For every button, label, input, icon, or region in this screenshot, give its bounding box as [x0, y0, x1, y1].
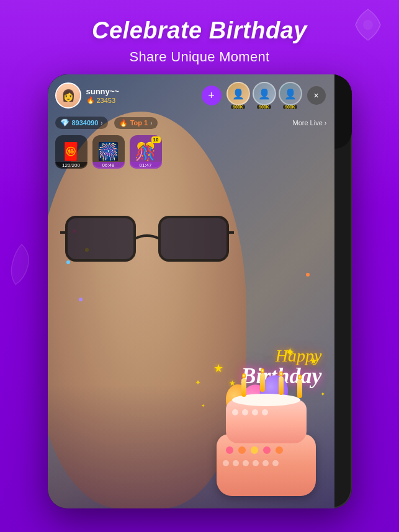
tablet-side-bar — [334, 74, 352, 149]
viewer-person-3: 👤 — [280, 83, 301, 104]
cake-area: ★ ★ ★ ✦ — [204, 372, 328, 496]
viewer-badge-2: 900K — [257, 105, 271, 109]
header-section: Celebrate Birthday Share Unique Moment — [0, 0, 399, 76]
gold-star-3: ★ — [229, 379, 236, 388]
flame-1 — [242, 373, 246, 378]
birthday-overlay: Happy Birthday — [192, 335, 328, 496]
viewer-item-3[interactable]: 👤 900K — [279, 82, 302, 109]
gift-timer-2: 06:48 — [92, 162, 125, 169]
top-rank-chevron: › — [150, 120, 152, 126]
candle-2 — [260, 373, 265, 392]
flame-4 — [298, 375, 302, 379]
gift-item-3[interactable]: 🎊 10 01:47 — [130, 135, 162, 167]
cake-top — [226, 400, 307, 443]
gift-box-3: 🎊 10 01:47 — [130, 135, 162, 167]
avatar-image: 👩 — [56, 84, 80, 107]
gift-level-badge: 10 — [151, 136, 161, 143]
gift-box-1: 🧧 120/200 — [55, 135, 87, 167]
deco-left — [6, 241, 37, 291]
flame-3 — [279, 371, 283, 376]
close-button[interactable]: × — [307, 86, 326, 105]
sparkle-3: ✦ — [201, 403, 205, 409]
top-bar: 👩 sunny~~ 🔥 23453 + — [48, 74, 334, 114]
gift-emoji-3: 🎊 — [135, 141, 156, 162]
diamond-chevron: › — [101, 120, 102, 126]
streamer-name: sunny~~ — [86, 87, 197, 96]
gift-emoji-1: 🧧 — [60, 141, 82, 162]
candle-4 — [297, 379, 302, 398]
gift-box-2: 🎆 06:48 — [92, 135, 125, 167]
sparkle-1: ✦ — [195, 378, 201, 387]
add-follow-button[interactable]: + — [202, 86, 222, 105]
close-icon: × — [313, 91, 318, 100]
viewer-avatars-row: 👤 900K 👤 900K 👤 900K — [226, 82, 302, 109]
gift-count-1: 120/200 — [55, 162, 87, 169]
more-live-label: More Live — [292, 119, 322, 126]
gold-star-4: ✦ — [285, 345, 295, 360]
more-live-chevron: › — [325, 119, 327, 126]
viewer-item-1[interactable]: 👤 900K — [226, 82, 250, 109]
tablet-device: Happy Birthday — [48, 74, 352, 508]
candle-1 — [241, 378, 246, 397]
stream-content: Happy Birthday — [48, 74, 334, 508]
viewer-badge-1: 900K — [231, 105, 245, 109]
more-live-button[interactable]: More Live › — [292, 119, 326, 126]
viewer-count-number: 23453 — [97, 97, 116, 104]
viewer-count-row: 🔥 23453 — [86, 96, 197, 104]
gift-item-1[interactable]: 🧧 120/200 — [55, 135, 87, 167]
gift-timer-3: 01:47 — [130, 162, 162, 169]
flame-2 — [261, 368, 264, 373]
sparkle-2: ✦ — [320, 391, 325, 397]
fire-rank-icon: 🔥 — [119, 119, 128, 127]
gifts-row: 🧧 120/200 🎆 06:48 🎊 10 01:47 — [48, 131, 334, 171]
viewer-avatar-2: 👤 — [253, 82, 276, 105]
diamond-count: 8934090 — [72, 119, 99, 126]
gold-star-1: ★ — [213, 361, 223, 375]
sub-title: Share Unique Moment — [0, 49, 399, 65]
add-icon: + — [208, 89, 215, 102]
viewer-item-2[interactable]: 👤 900K — [253, 82, 276, 109]
viewer-person-2: 👤 — [254, 83, 275, 104]
gold-star-2: ★ — [310, 356, 318, 366]
diamond-icon: 💎 — [60, 118, 69, 127]
streamer-info: sunny~~ 🔥 23453 — [86, 87, 197, 104]
top-rank-badge[interactable]: 🔥 Top 1 › — [114, 117, 158, 129]
fire-icon: 🔥 — [86, 96, 95, 104]
cake-base — [217, 434, 316, 496]
stats-row: 💎 8934090 › 🔥 Top 1 › More Live › — [48, 114, 334, 131]
top-rank-label: Top 1 — [130, 119, 148, 126]
gift-emoji-2: 🎆 — [97, 141, 119, 162]
viewer-avatar-3: 👤 — [279, 82, 302, 105]
candle-3 — [279, 376, 284, 395]
main-title: Celebrate Birthday — [0, 17, 399, 44]
streamer-avatar[interactable]: 👩 — [55, 82, 81, 109]
viewer-avatar-1: 👤 — [226, 82, 250, 105]
gift-item-2[interactable]: 🎆 06:48 — [92, 135, 125, 167]
viewer-person-1: 👤 — [228, 83, 249, 104]
viewer-badge-3: 900K — [283, 105, 297, 109]
diamond-badge[interactable]: 💎 8934090 › — [55, 117, 108, 129]
